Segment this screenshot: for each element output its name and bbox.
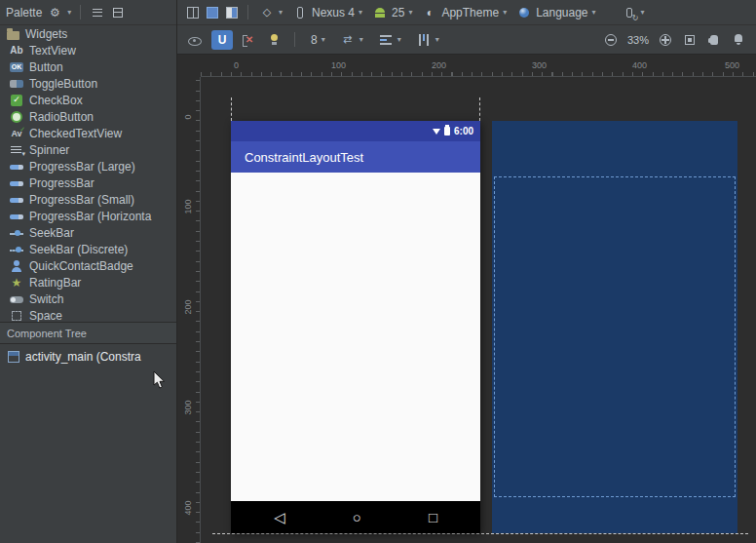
default-margin-value: 8 [311,33,318,47]
theme-selector[interactable]: AppTheme [419,4,510,21]
textview-icon [9,43,24,58]
ruler-tick-label: 200 [432,60,446,70]
palette-item-progressbar[interactable]: ProgressBar [0,175,176,191]
togglebutton-icon [9,76,24,92]
notifications-bell-icon[interactable] [731,32,746,48]
folder-icon-box [5,26,20,42]
palette-group-label: Widgets [25,27,67,41]
ruler-tick-label: 500 [725,60,739,70]
palette-item-label: Spinner [29,143,69,157]
blueprint-surface[interactable] [492,121,737,533]
palette-group-widgets[interactable]: Widgets [0,25,176,42]
app-bar: ConstraintLayoutTest [231,141,480,173]
palette-item-progressbar-small[interactable]: ProgressBar (Small) [0,191,176,208]
palette-item-radiobutton[interactable]: RadioButton [0,108,176,125]
chevron-down-icon [397,36,401,44]
blueprint-root-outline [494,176,736,497]
chevron-down-icon[interactable] [67,9,71,17]
palette-item-label: SeekBar [29,226,74,240]
horizontal-ruler: 0 100 200 300 400 500 [201,56,756,77]
ruler-tick-label: 0 [234,60,239,70]
palette-item-label: RadioButton [29,110,94,124]
chevron-down-icon [279,9,283,17]
checkbox-icon [9,93,24,108]
show-constraints-eye-icon[interactable] [187,32,203,48]
constraintlayout-icon [7,350,20,364]
infer-constraints-icon[interactable] [266,32,282,48]
pan-hand-icon[interactable] [706,32,722,48]
blueprint-view-icon[interactable] [205,5,220,20]
autoconnect-magnet-icon[interactable] [211,30,233,50]
zoom-in-icon[interactable] [658,32,673,48]
design-surface-toolbar: 8 33% [177,25,756,55]
android-studio-layout-editor: Palette Widgets TextView Button ToggleBu… [0,0,756,543]
align-selector[interactable] [375,31,404,49]
progressbar-small-icon [9,192,24,208]
globe-icon [516,5,532,20]
palette-item-spinner[interactable]: Spinner [0,141,176,158]
palette-title: Palette [6,6,42,19]
palette-item-progressbar-large[interactable]: ProgressBar (Large) [0,158,176,175]
palette-item-seekbar-discrete[interactable]: SeekBar (Discrete) [0,241,176,257]
selection-guide-bottom [212,533,748,534]
default-margin-selector[interactable]: 8 [308,32,328,48]
component-tree-header: Component Tree [0,322,177,344]
palette-item-label: Button [29,60,63,74]
api-level-label: 25 [392,6,404,19]
layout-content-area[interactable] [231,173,480,501]
chevron-down-icon [641,9,645,17]
palette-header: Palette [0,0,176,25]
device-selector[interactable]: Nexus 4 [289,4,365,21]
mouse-cursor [153,370,167,390]
palette-item-label: SeekBar (Discrete) [29,243,128,256]
component-tree-root-label: activity_main (Constra [25,350,141,364]
orientation-icon [259,5,275,20]
palette-item-label: CheckedTextView [29,127,122,140]
seekbar-discrete-icon [9,242,24,257]
palette-item-switch[interactable]: Switch [0,291,176,307]
home-icon [353,510,361,524]
chevron-down-icon [359,36,363,44]
design-view-icon[interactable] [185,5,201,20]
selection-guide-right [479,97,480,121]
palette-item-checkedtextview[interactable]: CheckedTextView [0,125,176,141]
palette-item-label: ProgressBar (Small) [29,193,134,207]
distribute-selector[interactable] [413,31,442,49]
api-level-selector[interactable]: 25 [369,4,415,21]
pack-selector[interactable] [337,31,366,49]
component-tree-root-item[interactable]: activity_main (Constra [0,348,177,366]
zoom-out-icon[interactable] [603,32,619,48]
zoom-to-fit-icon[interactable] [682,32,698,48]
view-options-icon[interactable] [90,5,105,20]
theme-icon [422,5,437,20]
ruler-tick-label: 100 [183,195,193,218]
ruler-tick-label: 300 [532,60,547,70]
folder-icon [7,31,19,40]
button-icon [9,59,24,75]
palette-item-button[interactable]: Button [0,58,176,75]
palette-item-seekbar[interactable]: SeekBar [0,224,176,241]
clear-constraints-icon[interactable] [242,32,257,48]
language-selector[interactable]: Language [513,4,598,21]
palette-item-progressbar-horizontal[interactable]: ProgressBar (Horizonta [0,208,176,224]
palette-item-checkbox[interactable]: CheckBox [0,92,176,108]
ruler-tick-label: 400 [632,60,647,70]
battery-icon [444,127,450,136]
palette-item-textview[interactable]: TextView [0,42,176,58]
language-label: Language [536,6,587,19]
palette-item-ratingbar[interactable]: RatingBar [0,274,176,291]
palette-item-quickcontactbadge[interactable]: QuickContactBadge [0,257,176,274]
chevron-down-icon [408,9,412,17]
virtual-device-selector[interactable] [619,4,648,21]
quickcontactbadge-icon [9,258,24,274]
design-blueprint-view-icon[interactable] [224,5,240,20]
design-surface[interactable]: 6:00 ConstraintLayoutTest [231,121,480,533]
gear-icon[interactable] [47,5,62,20]
orientation-selector[interactable] [256,4,285,21]
separator [80,5,81,19]
pack-icon [340,32,356,48]
palette-item-togglebutton[interactable]: ToggleButton [0,75,176,92]
progressbar-icon [9,175,24,191]
split-mode-icon[interactable] [110,5,126,20]
ratingbar-icon [9,275,24,291]
